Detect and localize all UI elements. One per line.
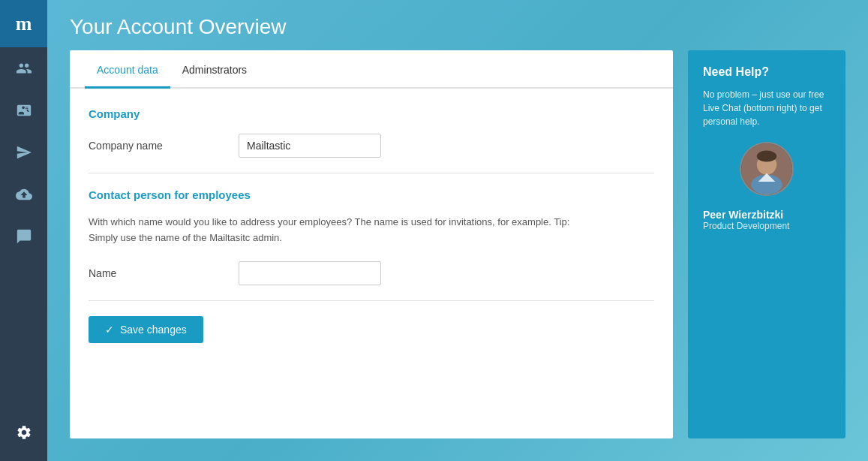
name-label: Name (89, 267, 239, 279)
person-name: Peer Wierzbitzki (703, 209, 830, 221)
sidebar-item-reports[interactable] (0, 215, 47, 258)
logo-letter: m (16, 13, 32, 35)
help-panel: Need Help? No problem – just use our fre… (688, 50, 845, 438)
tab-account-data[interactable]: Account data (85, 50, 170, 89)
section-divider-2 (89, 300, 654, 301)
sidebar-item-upload[interactable] (0, 173, 47, 215)
card-body: Company Company name Contact person for … (70, 89, 673, 438)
help-person-name: Peer Wierzbitzki Product Development (703, 205, 830, 231)
main-card: Account data Adminstrators Company Compa… (70, 50, 673, 438)
company-name-row: Company name (89, 134, 654, 158)
page-title: Your Account Overview (70, 15, 845, 39)
avatar (740, 142, 794, 196)
person-role: Product Development (703, 221, 830, 231)
contact-person-description: With which name would you like to addres… (89, 215, 576, 246)
sidebar-item-users[interactable] (0, 47, 47, 89)
help-title: Need Help? (703, 65, 830, 79)
tabs: Account data Adminstrators (70, 50, 673, 89)
section-divider-1 (89, 173, 654, 173)
sidebar-item-contacts[interactable] (0, 89, 47, 131)
content-area: Account data Adminstrators Company Compa… (47, 50, 868, 461)
sidebar-item-campaigns[interactable] (0, 131, 47, 173)
name-input[interactable] (239, 261, 381, 285)
contact-person-section: Contact person for employees With which … (89, 188, 654, 285)
tab-administrators[interactable]: Adminstrators (170, 50, 259, 89)
svg-point-3 (757, 150, 776, 161)
contact-person-section-title: Contact person for employees (89, 188, 654, 201)
company-name-label: Company name (89, 140, 239, 152)
sidebar: m (0, 0, 47, 461)
save-checkmark-icon: ✓ (105, 324, 114, 336)
sidebar-logo[interactable]: m (0, 0, 47, 47)
company-section: Company Company name (89, 107, 654, 158)
page-title-area: Your Account Overview (47, 0, 868, 50)
sidebar-item-settings[interactable] (0, 411, 47, 453)
company-section-title: Company (89, 107, 654, 120)
save-button-label: Save changes (120, 324, 187, 336)
save-button[interactable]: ✓ Save changes (89, 316, 203, 343)
company-name-input[interactable] (239, 134, 381, 158)
main-content: Your Account Overview Account data Admin… (47, 0, 868, 461)
name-row: Name (89, 261, 654, 285)
help-text: No problem – just use our free Live Chat… (703, 88, 830, 128)
